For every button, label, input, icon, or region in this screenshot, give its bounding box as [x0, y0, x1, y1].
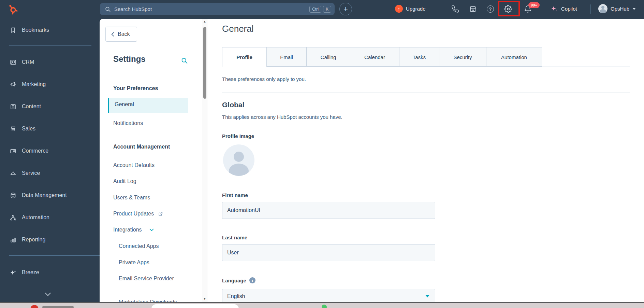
create-button[interactable]: +	[339, 3, 352, 15]
bar-chart-icon	[10, 236, 17, 243]
sidebar-item-content[interactable]: Content	[10, 100, 41, 113]
settings-nav-item-product-updates[interactable]: Product Updates	[113, 208, 163, 219]
settings-nav-item-integrations[interactable]: Integrations	[113, 224, 154, 235]
global-subtext: This applies across any HubSpot accounts…	[222, 114, 342, 120]
sidebar-item-commerce[interactable]: Commerce	[10, 144, 48, 158]
tab-tasks[interactable]: Tasks	[399, 47, 439, 67]
preferences-tabs: Profile Email Calling Calendar Tasks Sec…	[222, 47, 630, 67]
settings-sheet: Back Settings Your Preferences General N…	[100, 19, 644, 302]
topbar-divider	[545, 4, 545, 14]
bookmark-icon	[10, 27, 17, 34]
sidebar-item-label: CRM	[22, 59, 34, 65]
notification-count-badge[interactable]: 99+	[528, 2, 540, 8]
language-label: Language	[222, 278, 246, 283]
settings-nav-item-private-apps[interactable]: Private Apps	[119, 257, 149, 268]
sidebar-item-label: Service	[22, 170, 40, 176]
stage: Bookmarks CRM Marketing Content Sales Co…	[0, 18, 644, 302]
sidebar-item-label: Content	[22, 103, 41, 110]
sidebar-item-label: Bookmarks	[22, 27, 49, 33]
settings-nav-scrollbar[interactable]: ▲ ▼	[202, 19, 207, 302]
workflow-icon	[10, 214, 17, 221]
upgrade-button[interactable]: ↑ Upgrade	[395, 5, 426, 13]
settings-nav-item-email-service-provider[interactable]: Email Service Provider	[119, 273, 174, 284]
first-name-label: First name	[222, 192, 248, 198]
settings-nav-item-users-teams[interactable]: Users & Teams	[113, 192, 150, 203]
scrollbar-thumb[interactable]	[203, 27, 206, 99]
ctrl-key-badge: Ctrl	[309, 6, 321, 13]
profile-image-placeholder[interactable]	[223, 144, 254, 176]
settings-nav-title: Settings	[113, 54, 146, 64]
first-name-field[interactable]	[222, 202, 435, 219]
sidebar-item-breeze[interactable]: Breeze	[10, 266, 39, 279]
info-icon[interactable]: i	[249, 277, 255, 283]
k-key-badge: K	[323, 6, 331, 13]
copilot-button[interactable]: Copilot	[551, 5, 577, 12]
crm-icon	[10, 59, 17, 66]
settings-nav-item-label: Product Updates	[113, 211, 154, 217]
settings-nav-item-notifications[interactable]: Notifications	[113, 118, 143, 129]
breeze-sparkle-icon	[10, 269, 17, 276]
calling-phone-icon[interactable]	[451, 5, 459, 13]
tab-calling[interactable]: Calling	[306, 47, 350, 67]
sidebar-item-label: Breeze	[22, 269, 39, 276]
sidebar-divider	[9, 45, 91, 46]
tab-calendar[interactable]: Calendar	[350, 47, 399, 67]
hubspot-app: Ctrl K + ↑ Upgrade ?	[0, 0, 644, 308]
tab-automation[interactable]: Automation	[486, 47, 542, 67]
marketplace-icon[interactable]	[469, 5, 477, 13]
settings-nav-item-label: General	[115, 101, 134, 108]
help-icon[interactable]: ?	[487, 5, 494, 13]
sidebar-item-label: Reporting	[22, 237, 45, 243]
account-menu[interactable]: OpsHub	[598, 4, 636, 13]
last-name-field[interactable]	[222, 244, 435, 261]
sidebar-item-reporting[interactable]: Reporting	[10, 233, 45, 247]
settings-gear-icon[interactable]	[504, 5, 512, 13]
database-icon	[10, 192, 17, 199]
profile-image-label: Profile Image	[222, 133, 254, 139]
funnel-icon	[10, 125, 17, 132]
upgrade-label: Upgrade	[406, 6, 426, 12]
sidebar-item-automation[interactable]: Automation	[10, 211, 49, 224]
content-divider	[222, 93, 630, 93]
settings-nav-item-connected-apps[interactable]: Connected Apps	[119, 241, 159, 252]
scroll-up-icon[interactable]: ▲	[202, 20, 207, 23]
sidebar-item-bookmarks[interactable]: Bookmarks	[10, 23, 49, 37]
sidebar-item-data-management[interactable]: Data Management	[10, 188, 67, 202]
tab-security[interactable]: Security	[439, 47, 486, 67]
sidebar-item-crm[interactable]: CRM	[10, 55, 34, 69]
copilot-label: Copilot	[561, 6, 577, 12]
back-button[interactable]: Back	[105, 27, 137, 42]
sidebar-item-marketing[interactable]: Marketing	[10, 78, 46, 91]
service-bell-icon	[10, 170, 17, 177]
language-row: Language i	[222, 277, 255, 283]
last-name-label: Last name	[222, 235, 247, 240]
external-link-icon	[158, 211, 163, 216]
dropdown-caret-icon	[425, 295, 429, 297]
scroll-down-icon[interactable]: ▼	[202, 297, 207, 300]
top-bar: Ctrl K + ↑ Upgrade ?	[0, 0, 644, 18]
preferences-note: These preferences only apply to you.	[222, 76, 306, 82]
chevron-down-icon	[632, 8, 636, 10]
sidebar-item-label: Data Management	[22, 192, 67, 198]
settings-nav-item-audit-log[interactable]: Audit Log	[113, 176, 136, 187]
hubspot-logo-icon[interactable]	[7, 3, 18, 15]
sidebar-item-service[interactable]: Service	[10, 166, 40, 180]
settings-search-icon[interactable]	[181, 57, 188, 64]
sidebar-collapse-chevron-icon[interactable]	[45, 291, 51, 295]
tab-email[interactable]: Email	[266, 47, 306, 67]
cutoff-red-icon	[30, 305, 39, 308]
settings-nav-item-general[interactable]: General	[108, 98, 188, 113]
chevron-left-icon	[111, 32, 115, 37]
language-value: English	[227, 293, 245, 299]
tab-profile[interactable]: Profile	[222, 47, 266, 67]
wallet-icon	[10, 148, 17, 155]
settings-nav-item-account-defaults[interactable]: Account Defaults	[113, 160, 155, 171]
sidebar-item-sales[interactable]: Sales	[10, 122, 35, 136]
search-input[interactable]	[114, 6, 308, 12]
account-avatar	[598, 4, 608, 13]
chevron-down-icon	[149, 228, 154, 232]
sidebar-divider	[0, 287, 100, 287]
settings-nav-item-marketplace-downloads[interactable]: Marketplace Downloads	[119, 297, 177, 302]
cutoff-text-fragment	[42, 306, 74, 308]
language-select[interactable]: English	[222, 289, 435, 302]
